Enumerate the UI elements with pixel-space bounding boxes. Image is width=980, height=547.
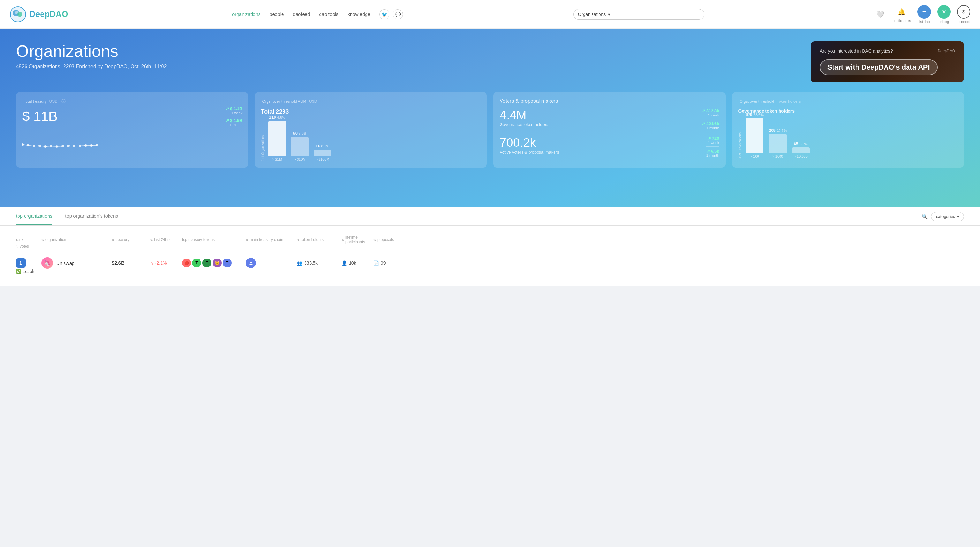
- sort-icon: ⇅: [41, 238, 44, 242]
- holders-icon: 👥: [297, 261, 302, 266]
- connect-label: connect: [958, 20, 970, 24]
- token-icon-3: T: [202, 259, 211, 267]
- bell-icon: 🔔: [896, 6, 908, 17]
- org-name: Uniswap: [56, 261, 75, 266]
- nav: organizations people daofeed dao tools k…: [232, 9, 403, 19]
- heart-action[interactable]: 🤍: [875, 9, 886, 20]
- active-value: 700.2k: [500, 136, 559, 149]
- bar-label-10m: > $10M: [294, 157, 306, 161]
- arrow-down-icon: ↘: [150, 261, 154, 266]
- nav-knowledge[interactable]: knowledge: [347, 11, 370, 17]
- svg-point-8: [44, 145, 47, 148]
- connect-action[interactable]: ⊙ connect: [957, 5, 970, 24]
- twitter-button[interactable]: 🐦: [379, 9, 390, 19]
- active-month-val: ↗ 6.5k: [706, 149, 719, 154]
- orgs-aum-total: Total 2293: [261, 108, 481, 115]
- org-cell: 🦄 Uniswap: [41, 257, 112, 269]
- orgs-aum-title: Orgs. over threshold AUM USD: [261, 98, 481, 104]
- sort-icon: ⇅: [112, 238, 114, 242]
- chain-icon: Ξ: [246, 258, 256, 268]
- treasury-week-period: 1 week: [226, 111, 243, 115]
- voters-card: Voters & proposal makers 4.4M Governance…: [493, 92, 725, 167]
- active-month-label: 1 month: [706, 154, 719, 157]
- token-icons-cell: 🔴 T T 🐱 Ξ: [182, 259, 246, 267]
- search-category-dropdown[interactable]: Organizations ▾: [573, 9, 615, 20]
- stats-grid: Total treasury USD ⓘ $ 11B ↗ $ 1.1B 1 we…: [16, 92, 964, 167]
- treasury-week-value: ↗ $ 1.1B: [226, 106, 243, 111]
- svg-point-9: [50, 145, 52, 148]
- logo-text: DeepDAO: [29, 9, 68, 19]
- treasury-value: $2.6B: [112, 260, 124, 266]
- governance-changes: ↗ 312.8k 1 week ↗ 424.6k 1 month: [702, 108, 719, 130]
- participants-icon: 👤: [342, 261, 347, 266]
- th-chain[interactable]: ⇅main treasury chain: [246, 235, 297, 244]
- search-input[interactable]: [615, 9, 704, 20]
- th-proposals[interactable]: ⇅proposals: [374, 235, 406, 244]
- deepdao-brand-small: ⊙ DeepDAO: [933, 49, 955, 53]
- pricing-label: pricing: [939, 20, 949, 24]
- treasury-week-change: ↗ $ 1.1B 1 week: [226, 106, 243, 115]
- tab-search-area: 🔍 categories ▾: [921, 207, 964, 225]
- nav-daofeed[interactable]: daofeed: [293, 11, 310, 17]
- nav-daotools[interactable]: dao tools: [319, 11, 339, 17]
- rank-badge: 1: [16, 258, 25, 268]
- tab-top-organizations[interactable]: top organizations: [16, 207, 52, 225]
- logo[interactable]: DeepDAO: [10, 6, 68, 23]
- bar-groups-token: 679 58.6% > 100 205 17.7% > 1000 65 5.6%…: [746, 112, 810, 158]
- sort-icon: ⇅: [374, 238, 376, 242]
- plus-icon: +: [918, 5, 931, 19]
- nav-people[interactable]: people: [269, 11, 284, 17]
- governance-week-label: 1 week: [702, 113, 719, 117]
- governance-value: 4.4M: [500, 108, 548, 122]
- governance-week-val: ↗ 312.8k: [702, 108, 719, 113]
- th-organization[interactable]: ⇅organization: [41, 235, 112, 244]
- bar-val-1m: 110 4.8%: [269, 115, 285, 120]
- list-dao-label: list dao: [919, 20, 930, 24]
- header-actions: 🤍 🔔 notifications + list dao ♛ pricing ⊙…: [875, 5, 970, 24]
- discord-button[interactable]: 💬: [393, 9, 403, 19]
- th-holders[interactable]: ⇅token holders: [297, 235, 342, 244]
- tab-top-tokens[interactable]: top organization's tokens: [65, 207, 118, 225]
- list-dao-action[interactable]: + list dao: [918, 5, 931, 24]
- active-left: 700.2k Active voters & proposal makers: [500, 136, 559, 157]
- treasury-month-change: ↗ $ 1.5B 1 month: [226, 118, 243, 127]
- chevron-down-icon: ▾: [957, 214, 959, 219]
- token-icon-2: T: [192, 259, 201, 267]
- tab-top-org-label: top organizations: [16, 213, 52, 219]
- th-rank: rank: [16, 235, 41, 244]
- active-voters-row: 700.2k Active voters & proposal makers ↗…: [500, 136, 719, 157]
- th-last24[interactable]: ⇅last 24hrs: [150, 235, 182, 244]
- categories-dropdown[interactable]: categories ▾: [931, 212, 964, 221]
- orgs-aum-card: Orgs. over threshold AUM USD Total 2293 …: [255, 92, 487, 167]
- social-links: 🐦 💬: [379, 9, 403, 19]
- info-icon: ⓘ: [61, 99, 66, 104]
- proposals-cell: 📄 99: [374, 261, 406, 266]
- th-votes[interactable]: ⇅votes: [16, 244, 41, 249]
- notifications-label: notifications: [892, 19, 911, 23]
- search-icon: 🔍: [921, 213, 928, 219]
- svg-point-12: [67, 145, 70, 147]
- notifications-action[interactable]: 🔔 notifications: [892, 6, 911, 23]
- token-icon-1: 🔴: [182, 259, 191, 267]
- table-row[interactable]: 1 🦄 Uniswap $2.6B ↘ -2.1% 🔴 T T 🐱 Ξ: [16, 252, 964, 279]
- governance-month-label: 1 month: [702, 126, 719, 130]
- token-holders-card: Orgs. over threshold Token holders Gover…: [732, 92, 964, 167]
- bar-label-1000: > 1000: [772, 154, 783, 158]
- sort-icon: ⇅: [297, 238, 299, 242]
- governance-left: 4.4M Governance token holders: [500, 108, 548, 130]
- rank-cell: 1: [16, 258, 41, 268]
- th-lifetime[interactable]: ⇅lifetime participants: [342, 235, 374, 244]
- th-treasury[interactable]: ⇅treasury: [112, 235, 150, 244]
- pricing-action[interactable]: ♛ pricing: [937, 5, 951, 24]
- org-avatar: 🦄: [41, 257, 53, 269]
- treasury-changes: ↗ $ 1.1B 1 week ↗ $ 1.5B 1 month: [226, 106, 243, 127]
- bar-group-1m: 110 4.8% > $1M: [269, 115, 286, 161]
- svg-point-15: [84, 144, 87, 147]
- svg-point-10: [56, 145, 58, 148]
- api-cta-button[interactable]: Start with DeepDAO's data API: [820, 59, 937, 75]
- active-changes: ↗ 720 1 week ↗ 6.5k 1 month: [706, 136, 719, 157]
- nav-organizations[interactable]: organizations: [232, 11, 261, 17]
- treasury-cell: $2.6B: [112, 260, 150, 266]
- treasury-sparkline: [22, 135, 99, 151]
- api-banner[interactable]: Are you interested in DAO analytics? ⊙ D…: [811, 41, 964, 82]
